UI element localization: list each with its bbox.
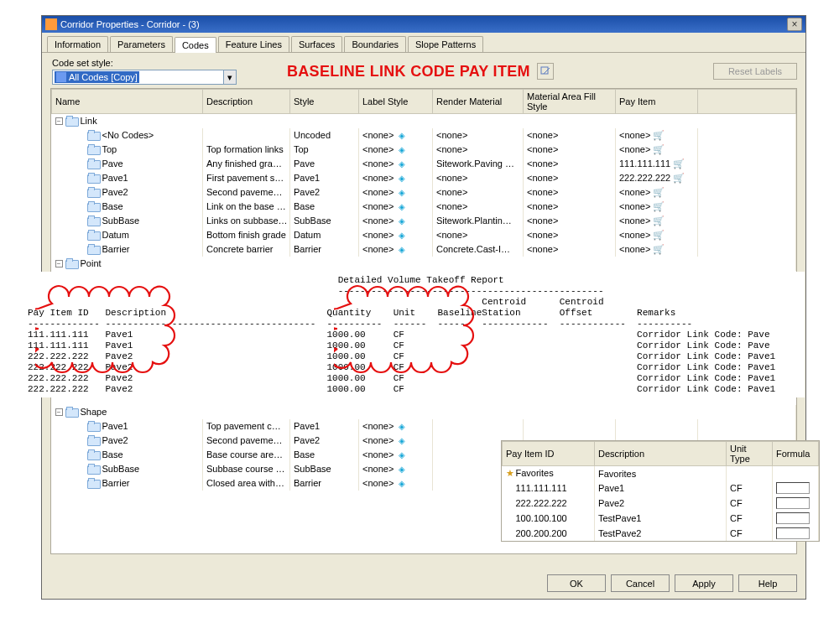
cart-icon[interactable]: 🛒 (653, 200, 665, 212)
row-name: SubBase (102, 216, 140, 226)
tag-icon[interactable]: ◈ (396, 229, 408, 241)
pip-col-desc[interactable]: Description (595, 442, 727, 466)
folder-icon (65, 259, 77, 268)
col-materialfill[interactable]: Material Area Fill Style (524, 90, 616, 114)
formula-input[interactable] (776, 482, 810, 494)
row-label: <none> (362, 158, 394, 169)
cart-icon[interactable]: 🛒 (653, 229, 665, 241)
table-row[interactable]: BaseLink on the base …Base<none> ◈<none>… (52, 200, 796, 214)
folder-icon (87, 216, 99, 226)
tag-icon[interactable]: ◈ (396, 186, 408, 198)
pip-col-id[interactable]: Pay Item ID (503, 442, 595, 466)
payitem-row[interactable]: 100.100.100TestPave1CF (503, 511, 819, 526)
help-button[interactable]: Help (738, 574, 797, 592)
row-pay: 222.222.222 (619, 173, 670, 183)
cancel-button[interactable]: Cancel (611, 574, 670, 592)
col-name[interactable]: Name (52, 90, 203, 114)
tag-icon[interactable]: ◈ (396, 420, 408, 432)
payitem-row[interactable]: 111.111.111Pave1CF (503, 480, 819, 496)
table-row[interactable]: Pave2Second paveme…Pave2<none> ◈<none><n… (52, 185, 796, 200)
collapse-icon[interactable]: − (55, 117, 63, 125)
row-label: <none> (362, 173, 394, 183)
row-name: Base (102, 201, 123, 211)
collapse-icon[interactable]: − (55, 408, 63, 416)
col-spacer (698, 90, 796, 114)
cloud-annotation-left (35, 278, 186, 389)
pip-col-formula[interactable]: Formula (773, 442, 819, 466)
cart-icon[interactable]: 🛒 (673, 172, 685, 184)
row-label: <none> (362, 144, 394, 154)
tab-featurelines[interactable]: Feature Lines (218, 36, 289, 52)
tag-icon[interactable]: ◈ (396, 243, 408, 255)
col-style[interactable]: Style (290, 90, 359, 114)
codeset-pick-button[interactable] (537, 63, 554, 80)
cart-icon[interactable]: 🛒 (653, 215, 665, 226)
row-name: <No Codes> (102, 130, 154, 140)
tab-slopepatterns[interactable]: Slope Patterns (408, 36, 483, 52)
tree-group-shape[interactable]: −Shape (52, 405, 796, 419)
row-label: <none> (362, 216, 394, 226)
chevron-down-icon[interactable]: ▾ (223, 70, 236, 84)
row-label: <none> (362, 130, 394, 140)
table-row[interactable]: PaveAny finished gra…Pave<none> ◈Sitewor… (52, 157, 796, 171)
tab-information[interactable]: Information (47, 36, 108, 52)
table-row[interactable]: BarrierConcrete barrierBarrier<none> ◈Co… (52, 242, 796, 257)
tree-group-link[interactable]: −Link (52, 114, 796, 128)
table-row[interactable]: TopTop formation linksTop<none> ◈<none><… (52, 143, 796, 157)
close-button[interactable]: × (787, 18, 802, 31)
tag-icon[interactable]: ◈ (396, 449, 408, 460)
row-name: Pave1 (102, 173, 128, 183)
table-row[interactable]: SubBaseLinks on subbase…SubBase<none> ◈S… (52, 214, 796, 228)
table-row[interactable]: Pave1Top pavement c…Pave1<none> ◈ (52, 419, 796, 434)
row-pay: <none> (619, 244, 650, 254)
tag-icon[interactable]: ◈ (396, 129, 408, 141)
ok-button[interactable]: OK (547, 574, 606, 592)
row-render: <none> (436, 173, 467, 183)
table-row[interactable]: Pave1First pavement s…Pave1<none> ◈<none… (52, 171, 796, 185)
titlebar[interactable]: Corridor Properties - Corridor - (3) × (42, 16, 805, 33)
tree-group-point[interactable]: −Point (52, 257, 796, 271)
cart-icon[interactable]: 🛒 (653, 186, 665, 198)
row-render: Sitework.Paving … (436, 158, 514, 169)
pip-col-unit[interactable]: Unit Type (727, 442, 773, 466)
tag-icon[interactable]: ◈ (396, 434, 408, 446)
payitem-row[interactable]: 200.200.200TestPave2CF (503, 526, 819, 541)
cart-icon[interactable]: 🛒 (653, 243, 665, 255)
table-row[interactable]: <No Codes>Uncoded<none> ◈<none><none><no… (52, 128, 796, 143)
tab-codes[interactable]: Codes (175, 37, 216, 53)
apply-button[interactable]: Apply (675, 574, 733, 592)
row-label: <none> (362, 201, 394, 211)
tab-surfaces[interactable]: Surfaces (291, 36, 342, 52)
col-labelstyle[interactable]: Label Style (359, 90, 433, 114)
payitem-row[interactable]: 222.222.222Pave2CF (503, 496, 819, 511)
row-name: Barrier (102, 478, 130, 488)
tag-icon[interactable]: ◈ (396, 200, 408, 212)
col-rendermaterial[interactable]: Render Material (433, 90, 524, 114)
row-style: Barrier (290, 476, 359, 491)
tag-icon[interactable]: ◈ (396, 463, 408, 475)
table-row[interactable]: DatumBottom finish gradeDatum<none> ◈<no… (52, 228, 796, 242)
tag-icon[interactable]: ◈ (396, 158, 408, 169)
formula-input[interactable] (776, 497, 810, 509)
collapse-icon[interactable]: − (55, 260, 63, 267)
formula-input[interactable] (776, 512, 810, 524)
col-payitem[interactable]: Pay Item (616, 90, 698, 114)
tag-icon[interactable]: ◈ (396, 143, 408, 155)
cart-icon[interactable]: 🛒 (673, 158, 685, 169)
tab-boundaries[interactable]: Boundaries (344, 36, 406, 52)
codeset-select[interactable]: All Codes [Copy] ▾ (52, 70, 237, 85)
app-icon (45, 18, 57, 30)
tag-icon[interactable]: ◈ (396, 477, 408, 489)
favorites-row[interactable]: ★FavoritesFavorites (503, 466, 819, 481)
cart-icon[interactable]: 🛒 (653, 143, 665, 155)
col-description[interactable]: Description (203, 90, 290, 114)
row-fill: <none> (524, 185, 616, 200)
tab-parameters[interactable]: Parameters (110, 36, 173, 52)
cart-icon[interactable]: 🛒 (653, 129, 665, 141)
formula-input[interactable] (776, 527, 810, 539)
payitem-panel: Pay Item ID Description Unit Type Formul… (501, 440, 820, 542)
row-desc: Second paveme… (203, 185, 290, 200)
reset-labels-button[interactable]: Reset Labels (713, 63, 797, 80)
tag-icon[interactable]: ◈ (396, 215, 408, 226)
tag-icon[interactable]: ◈ (396, 172, 408, 184)
